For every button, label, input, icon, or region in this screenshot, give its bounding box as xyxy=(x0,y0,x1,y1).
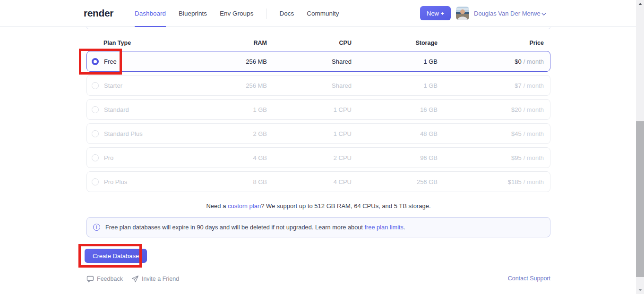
price-value: $0/ month xyxy=(438,58,544,65)
price-value: $20/ month xyxy=(438,106,544,113)
invite-friend-button[interactable]: Invite a Friend xyxy=(131,275,179,283)
plan-row-standard[interactable]: Standard 1 GB 1 CPU 16 GB $20/ month xyxy=(86,99,550,120)
col-ram: RAM xyxy=(198,40,267,46)
plan-row-pro[interactable]: Pro 4 GB 2 CPU 96 GB $95/ month xyxy=(86,147,550,168)
custom-plan-note: Need a custom plan? We support up to 512… xyxy=(86,202,550,210)
primary-nav: Dashboard Blueprints Env Groups Docs Com… xyxy=(135,0,339,27)
contact-support-link[interactable]: Contact Support xyxy=(508,275,550,282)
price-value: $95/ month xyxy=(438,154,544,161)
banner-text: Free plan databases will expire in 90 da… xyxy=(105,224,405,231)
storage-value: 1 GB xyxy=(352,58,438,65)
storage-value: 48 GB xyxy=(352,130,438,137)
nav-env-groups[interactable]: Env Groups xyxy=(220,0,253,27)
render-logo[interactable]: render xyxy=(84,8,113,19)
cpu-value: Shared xyxy=(267,58,352,65)
ram-value: 256 MB xyxy=(198,58,267,65)
plan-row-pro-plus[interactable]: Pro Plus 8 GB 4 CPU 256 GB $185/ month xyxy=(86,171,550,192)
col-plan-type: Plan Type xyxy=(92,40,198,46)
paper-plane-icon xyxy=(131,275,139,283)
col-cpu: CPU xyxy=(267,40,352,46)
ram-value: 2 GB xyxy=(198,130,267,137)
user-name[interactable]: Douglas Van Der Merwe xyxy=(474,10,541,17)
plan-name: Standard xyxy=(104,106,129,113)
render-dashboard-page: render Dashboard Blueprints Env Groups D… xyxy=(0,0,644,294)
plan-name: Starter xyxy=(104,82,122,89)
top-nav-bar: render Dashboard Blueprints Env Groups D… xyxy=(0,0,636,27)
storage-value: 256 GB xyxy=(352,178,438,185)
avatar-photo xyxy=(456,7,469,20)
price-value: $7/ month xyxy=(438,82,544,89)
radio-starter[interactable] xyxy=(92,82,99,89)
avatar[interactable] xyxy=(456,7,469,20)
previous-section-edge xyxy=(86,27,550,29)
free-plan-banner: i Free plan databases will expire in 90 … xyxy=(86,217,550,237)
col-price: Price xyxy=(438,40,544,46)
radio-pro[interactable] xyxy=(92,154,99,161)
nav-divider xyxy=(266,8,266,19)
cpu-value: 1 CPU xyxy=(267,106,352,113)
plan-name: Pro Plus xyxy=(104,178,127,185)
new-button[interactable]: New + xyxy=(420,6,451,20)
ram-value: 256 MB xyxy=(198,82,267,89)
chevron-down-icon[interactable] xyxy=(541,10,547,19)
feedback-button[interactable]: Feedback xyxy=(86,275,123,283)
scrollbar-thumb[interactable] xyxy=(636,121,644,277)
main-content: Plan Type RAM CPU Storage Price Free 256… xyxy=(86,27,550,294)
radio-standard-plus[interactable] xyxy=(92,130,99,137)
custom-plan-link[interactable]: custom plan xyxy=(228,202,261,210)
price-value: $45/ month xyxy=(438,130,544,137)
scroll-up-arrow-icon[interactable] xyxy=(636,0,644,8)
ram-value: 4 GB xyxy=(198,154,267,161)
plan-name: Standard Plus xyxy=(104,130,143,137)
storage-value: 96 GB xyxy=(352,154,438,161)
price-value: $185/ month xyxy=(438,178,544,185)
plan-name: Pro xyxy=(104,154,113,161)
nav-blueprints[interactable]: Blueprints xyxy=(179,0,207,27)
storage-value: 1 GB xyxy=(352,82,438,89)
free-plan-limits-link[interactable]: free plan limits xyxy=(364,224,404,231)
radio-standard[interactable] xyxy=(92,106,99,113)
nav-community[interactable]: Community xyxy=(307,0,339,27)
radio-pro-plus[interactable] xyxy=(92,178,99,185)
ram-value: 1 GB xyxy=(198,106,267,113)
cpu-value: 1 CPU xyxy=(267,130,352,137)
nav-dashboard[interactable]: Dashboard xyxy=(135,0,166,27)
plan-name: Free xyxy=(104,58,117,65)
scroll-down-arrow-icon[interactable] xyxy=(636,286,644,294)
plan-row-free[interactable]: Free 256 MB Shared 1 GB $0/ month xyxy=(86,51,550,72)
plan-row-starter[interactable]: Starter 256 MB Shared 1 GB $7/ month xyxy=(86,75,550,96)
cpu-value: 2 CPU xyxy=(267,154,352,161)
plan-table-header: Plan Type RAM CPU Storage Price xyxy=(86,40,550,46)
vertical-scrollbar[interactable] xyxy=(636,0,644,294)
create-database-button[interactable]: Create Database xyxy=(85,249,147,263)
page-footer: Feedback Invite a Friend Contact Support xyxy=(86,275,550,283)
nav-docs[interactable]: Docs xyxy=(279,0,294,27)
ram-value: 8 GB xyxy=(198,178,267,185)
plan-row-standard-plus[interactable]: Standard Plus 2 GB 1 CPU 48 GB $45/ mont… xyxy=(86,123,550,144)
col-storage: Storage xyxy=(352,40,438,46)
storage-value: 16 GB xyxy=(352,106,438,113)
cpu-value: Shared xyxy=(267,82,352,89)
info-icon: i xyxy=(93,224,100,231)
speech-bubble-icon xyxy=(86,275,94,283)
radio-free[interactable] xyxy=(92,58,99,65)
cpu-value: 4 CPU xyxy=(267,178,352,185)
